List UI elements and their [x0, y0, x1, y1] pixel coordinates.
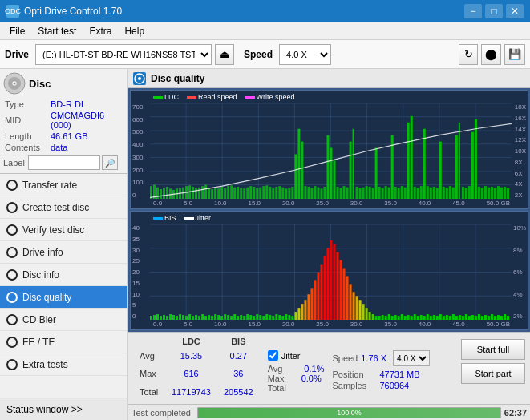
chart2-x-axis: 0.0 5.0 10.0 15.0 20.0 25.0 30.0 35.0 40… — [153, 321, 510, 328]
type-value: BD-R DL — [51, 99, 123, 109]
svg-rect-28 — [166, 187, 168, 199]
position-row: Position 47731 MB — [332, 370, 430, 379]
svg-rect-46 — [224, 188, 226, 199]
disc-icon — [3, 72, 26, 95]
max-bis: 36 — [217, 365, 260, 382]
svg-rect-62 — [275, 187, 277, 199]
svg-rect-128 — [488, 188, 490, 199]
svg-rect-98 — [359, 188, 362, 199]
disc-label-search-button[interactable]: 🔎 — [102, 155, 118, 170]
svg-rect-80 — [411, 116, 413, 199]
speed-select[interactable]: 1.0 X 2.0 X 4.0 X 6.0 X 8.0 X — [279, 44, 331, 65]
svg-rect-109 — [401, 186, 403, 199]
svg-rect-120 — [449, 186, 451, 199]
jitter-avg: -0.1% — [301, 364, 325, 374]
svg-rect-101 — [369, 187, 371, 199]
refresh-button[interactable]: ↻ — [459, 44, 478, 65]
disc-quality-icon — [133, 72, 146, 85]
svg-rect-56 — [256, 188, 258, 199]
svg-rect-122 — [462, 187, 464, 199]
svg-rect-77 — [375, 148, 378, 199]
legend-jitter-label: Jitter — [196, 214, 212, 222]
jitter-max-row: Max 0.0% — [268, 374, 325, 383]
jitter-label: Jitter — [281, 351, 301, 361]
speed-select-stats[interactable]: 4.0 X — [393, 350, 430, 366]
svg-rect-258 — [500, 316, 503, 320]
eject-button[interactable]: ⏏ — [215, 44, 234, 65]
avg-ldc: 15.35 — [165, 347, 217, 365]
svg-rect-174 — [230, 316, 233, 320]
nav-icon-disc-quality — [6, 292, 18, 303]
svg-rect-219 — [375, 316, 378, 320]
svg-rect-90 — [317, 188, 319, 199]
sidebar-item-drive-info[interactable]: Drive info — [0, 241, 127, 264]
sidebar-item-extra-tests[interactable]: Extra tests — [0, 353, 127, 376]
jitter-checkbox[interactable] — [268, 350, 278, 361]
save-button[interactable]: 💾 — [504, 44, 525, 65]
svg-rect-92 — [323, 187, 326, 199]
minimize-button[interactable]: − — [464, 4, 482, 18]
svg-rect-210 — [346, 276, 349, 320]
svg-rect-184 — [262, 316, 265, 320]
speed-row: Speed 1.76 X 4.0 X — [332, 350, 430, 366]
start-full-button[interactable]: Start full — [461, 339, 525, 360]
main-layout: Disc Type BD-R DL MID CMCMAGDI6 (000) Le… — [0, 69, 530, 420]
svg-rect-95 — [343, 186, 346, 199]
sidebar-item-disc-info[interactable]: Disc info — [0, 264, 127, 286]
chart1-x-axis: 0.0 5.0 10.0 15.0 20.0 25.0 30.0 35.0 40… — [153, 200, 510, 207]
sidebar-item-create-test-disc[interactable]: Create test disc — [0, 196, 127, 219]
svg-rect-57 — [259, 188, 261, 199]
mid-label: MID — [5, 111, 49, 130]
svg-rect-26 — [160, 189, 162, 199]
total-ldc: 11719743 — [165, 383, 217, 401]
maximize-button[interactable]: □ — [485, 4, 503, 18]
svg-rect-107 — [394, 187, 397, 199]
sidebar-item-transfer-rate[interactable]: Transfer rate — [0, 174, 127, 196]
svg-rect-169 — [214, 314, 216, 320]
svg-rect-84 — [459, 123, 460, 199]
stats-content: LDC BIS Avg 15.35 0.27 Max 616 — [133, 336, 525, 401]
svg-rect-44 — [217, 188, 220, 199]
sidebar-item-fe-te[interactable]: FE / TE — [0, 331, 127, 353]
status-window-button[interactable]: Status window >> — [0, 398, 127, 420]
progress-bar-inner: 100.0% — [198, 408, 500, 418]
svg-rect-163 — [195, 315, 197, 320]
chart1-y-axis-right: 2X 4X 6X 8X 10X 12X 14X 16X 18X — [515, 103, 526, 199]
burn-button[interactable]: ⬤ — [481, 44, 501, 65]
svg-rect-58 — [262, 186, 265, 199]
start-part-button[interactable]: Start part — [461, 363, 525, 384]
close-button[interactable]: ✕ — [506, 4, 524, 18]
svg-rect-167 — [208, 315, 210, 320]
jitter-max: 0.0% — [301, 374, 322, 383]
svg-rect-202 — [320, 265, 322, 320]
disc-label-row: Label 🔎 — [3, 155, 124, 170]
col-bis: BIS — [217, 336, 260, 347]
menu-start-test[interactable]: Start test — [31, 24, 83, 38]
svg-rect-175 — [233, 314, 236, 320]
menu-extra[interactable]: Extra — [83, 24, 118, 38]
sidebar-item-disc-quality[interactable]: Disc quality — [0, 286, 127, 309]
svg-rect-153 — [163, 315, 165, 320]
svg-rect-247 — [465, 314, 467, 320]
svg-rect-121 — [452, 188, 455, 199]
svg-rect-191 — [285, 314, 287, 320]
chart2-svg — [150, 224, 512, 320]
nav-icon-cd-bler — [6, 314, 18, 325]
legend-jitter: Jitter — [184, 214, 212, 222]
svg-rect-171 — [220, 316, 223, 320]
svg-rect-48 — [230, 185, 233, 199]
disc-label-input[interactable] — [28, 155, 100, 170]
sidebar-item-cd-bler[interactable]: CD Bler — [0, 309, 127, 331]
svg-rect-260 — [507, 316, 509, 320]
legend-ldc-color — [153, 96, 163, 99]
svg-rect-183 — [259, 315, 261, 320]
svg-rect-207 — [337, 252, 339, 320]
legend-write-color — [245, 96, 255, 99]
menu-file[interactable]: File — [3, 24, 31, 38]
app-title: Opti Drive Control 1.70 — [24, 6, 464, 17]
svg-rect-81 — [423, 129, 426, 199]
sidebar-item-verify-test-disc[interactable]: Verify test disc — [0, 219, 127, 241]
drive-select[interactable]: (E:) HL-DT-ST BD-RE WH16NS58 TST4 — [35, 44, 212, 65]
svg-rect-208 — [340, 260, 342, 320]
menu-help[interactable]: Help — [118, 24, 151, 38]
